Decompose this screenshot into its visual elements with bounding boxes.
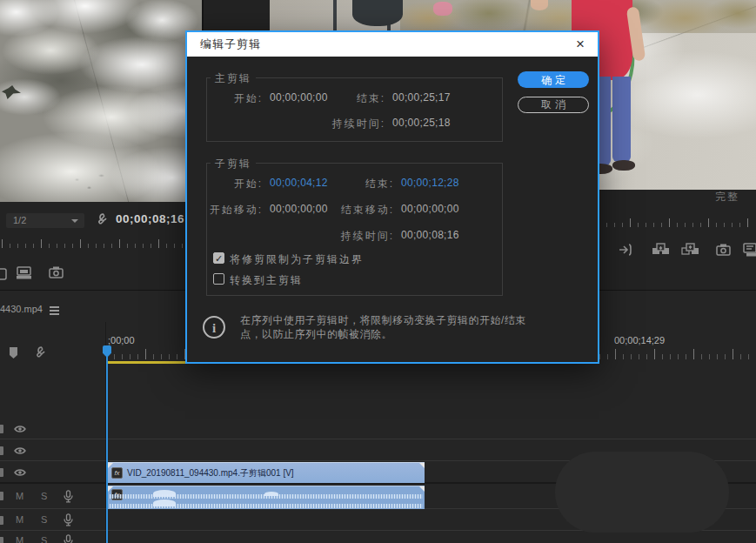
convert-to-master-label: 转换到主剪辑 — [230, 273, 303, 288]
playback-resolution-dropdown[interactable]: 1/2 — [6, 213, 84, 228]
master-clip-legend: 主剪辑 — [211, 71, 256, 86]
track-lock-icon[interactable] — [0, 468, 3, 477]
panel-menu-icon[interactable] — [50, 306, 59, 308]
subclip-end-shift-value: 00;00;00;00 — [401, 203, 459, 215]
playback-resolution-value: 1/2 — [13, 215, 26, 225]
person-hand — [531, 0, 548, 10]
master-clip-group: 主剪辑 — [206, 77, 503, 142]
solo-button[interactable]: S — [41, 491, 47, 501]
overwrite-icon[interactable] — [652, 243, 670, 258]
fx-badge: fx — [111, 467, 123, 479]
subclip-legend: 子剪辑 — [211, 157, 256, 171]
cancel-button[interactable]: 取消 — [518, 97, 589, 113]
edit-subclip-dialog: 编辑子剪辑 × 确定 取消 主剪辑 开始: 00;00;00;00 结束: 00… — [185, 30, 599, 364]
close-icon[interactable]: × — [570, 32, 591, 57]
clip-in-notch — [108, 463, 113, 468]
extract-icon[interactable] — [681, 243, 699, 258]
source-mini-timeline[interactable] — [2, 239, 201, 248]
subclip-start-shift-label: 开始移动: — [196, 203, 263, 218]
subclip-duration-label: 持续时间: — [309, 229, 394, 244]
track-lock-icon[interactable] — [0, 537, 3, 543]
playhead-line[interactable] — [106, 346, 108, 543]
child-figure — [352, 0, 403, 26]
track-lock-icon[interactable] — [0, 446, 3, 455]
clip-in-notch — [108, 486, 113, 492]
master-end-label: 结束: — [333, 91, 385, 106]
track-row-a3: M S — [0, 532, 756, 543]
camera-icon[interactable] — [49, 266, 64, 278]
ruler-timecode-label: 00;00;14;29 — [614, 335, 665, 345]
master-end-value: 00;00;25;17 — [392, 91, 451, 104]
video-clip[interactable]: fx VID_20190811_094430.mp4.子剪辑001 [V] — [108, 462, 425, 483]
insert-icon[interactable] — [619, 244, 632, 256]
mute-button[interactable]: M — [16, 535, 23, 543]
track-lock-icon[interactable] — [0, 516, 3, 525]
master-start-label: 开始: — [213, 91, 263, 106]
info-icon: i — [203, 316, 225, 339]
master-duration-label: 持续时间: — [300, 117, 385, 131]
subclip-start-input[interactable]: 00;00;04;12 — [270, 177, 328, 189]
export-frame-printer-icon[interactable] — [16, 266, 32, 280]
master-start-value: 00;00;00;00 — [270, 91, 328, 104]
track-v1-eye-icon[interactable] — [14, 468, 26, 477]
clip-out-notch — [419, 486, 425, 492]
subclip-end-shift-label: 结束移动: — [318, 203, 394, 218]
source-monitor-toolbar: 1/2 00;00;08;16 — [0, 202, 203, 290]
button-editor-icon[interactable] — [743, 243, 756, 257]
mic-icon[interactable] — [64, 490, 73, 503]
bird-silhouette — [2, 85, 21, 99]
premiere-app: 1/2 00;00;08;16 — [0, 0, 756, 543]
mic-icon[interactable] — [64, 513, 73, 526]
info-text: 在序列中使用子剪辑时，将限制移动变换子剪辑的开始/结束点，以防止序列中的帧被消除… — [240, 313, 543, 341]
subclip-end-label: 结束: — [333, 177, 394, 191]
marker-icon[interactable] — [0, 268, 7, 280]
waveform-peak — [264, 492, 278, 496]
convert-to-master-checkbox[interactable] — [213, 273, 224, 285]
watermark-overlay — [555, 452, 729, 533]
track-v2-eye-icon[interactable] — [14, 446, 26, 455]
master-duration-value: 00;00;25;18 — [392, 117, 451, 129]
timeline-settings-wrench-icon[interactable] — [31, 345, 46, 360]
person-leg — [612, 77, 631, 162]
mute-button[interactable]: M — [16, 514, 23, 525]
track-lock-icon[interactable] — [0, 425, 3, 433]
track-row-v3 — [0, 419, 756, 439]
clip-out-notch — [419, 463, 425, 468]
audio-clip[interactable]: fx — [108, 486, 425, 509]
solo-button[interactable]: S — [41, 535, 47, 543]
waveform-peak — [153, 490, 176, 497]
ok-button[interactable]: 确定 — [518, 71, 589, 88]
source-video-preview — [0, 0, 203, 202]
chevron-down-icon — [71, 219, 78, 223]
track-lock-icon[interactable] — [0, 492, 3, 500]
source-timecode[interactable]: 00;00;08;16 — [116, 212, 184, 225]
add-marker-icon[interactable] — [8, 346, 19, 359]
subclip-end-input[interactable]: 00;00;12;28 — [401, 177, 459, 189]
track-v3-eye-icon[interactable] — [14, 425, 26, 433]
restrict-trims-checkbox[interactable]: ✓ — [213, 252, 224, 264]
ruler-in-point-label: ;00;00 — [108, 335, 135, 345]
child-figure-2 — [433, 2, 452, 16]
sequence-tab[interactable]: 4430.mp4 — [0, 304, 43, 314]
restrict-trims-label: 将修剪限制为子剪辑边界 — [230, 252, 364, 267]
export-frame-camera-icon[interactable] — [716, 244, 731, 256]
solo-button[interactable]: S — [41, 514, 47, 525]
person-shoe — [612, 160, 635, 171]
subclip-duration-value: 00;00;08;16 — [401, 229, 459, 241]
zoom-fit-label[interactable]: 完整 — [715, 190, 739, 204]
mic-icon[interactable] — [64, 534, 73, 543]
mute-button[interactable]: M — [16, 491, 23, 501]
subclip-start-label: 开始: — [213, 177, 263, 191]
settings-wrench-icon[interactable] — [93, 212, 108, 227]
source-monitor-panel: 1/2 00;00;08;16 — [0, 0, 203, 290]
dialog-title: 编辑子剪辑 — [187, 32, 598, 57]
waveform-peak — [153, 499, 176, 506]
video-clip-label: VID_20190811_094430.mp4.子剪辑001 [V] — [127, 463, 294, 483]
